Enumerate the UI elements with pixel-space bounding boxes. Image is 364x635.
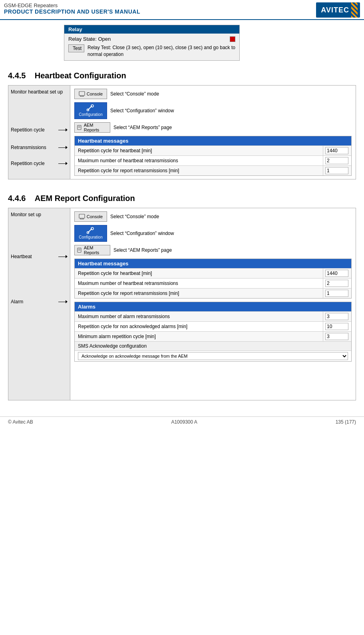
arrow3-head	[66, 162, 68, 165]
config-label: Configuration	[79, 112, 102, 117]
aem-icon[interactable]: AEM Reports	[74, 122, 110, 133]
hb-row-1-label: Maximum number of heartbeat retransmissi…	[75, 156, 323, 165]
relay-state-row: Relay State: Open	[68, 36, 235, 42]
sms-select[interactable]: Acknowledge on acknowledge message from …	[78, 352, 348, 360]
aem-alarm-label: Alarm	[11, 299, 58, 305]
aem-hb-input-0[interactable]	[325, 270, 348, 277]
hb-input-2[interactable]	[325, 167, 348, 174]
alarm-input-0[interactable]	[325, 313, 348, 320]
aem-heartbeat-label: Heartbeat	[11, 254, 58, 259]
aem-aem-icon[interactable]: AEM Reports	[74, 245, 110, 255]
repetition-row1: Repetition cycle	[11, 127, 68, 133]
aem-hb-row-0-label: Repetition cycle for heartbeat [min]	[75, 269, 323, 278]
repetition1-label: Repetition cycle	[11, 127, 58, 133]
retransmissions-label: Retransmissions	[11, 145, 58, 150]
aem-hb-input-2[interactable]	[325, 290, 348, 297]
alarms-table-header: Alarms	[75, 302, 351, 311]
aem-config-step: Configuration Select “Configuration” win…	[74, 225, 352, 242]
alarm-row-2-value	[323, 332, 351, 341]
section-446-title: AEM Report Configuration	[35, 194, 135, 203]
svg-rect-10	[79, 214, 85, 218]
retransmissions-row: Retransmissions	[11, 145, 68, 150]
relay-test-button[interactable]: Test	[68, 44, 84, 52]
footer-copyright: © Avitec AB	[8, 419, 33, 425]
relay-box: Relay Relay State: Open Test Relay Test:…	[64, 25, 240, 61]
aem-hb-row-2: Repetition cycle for report retransmissi…	[75, 288, 351, 298]
aem-spacer2	[11, 261, 68, 299]
aem-hb-row-1: Maximum number of heartbeat retransmissi…	[75, 278, 351, 288]
hb-row-0-value	[323, 146, 351, 155]
header-title: PRODUCT DESCRIPTION AND USER'S MANUAL	[4, 8, 140, 15]
page-footer: © Avitec AB A1009300 A 135 (177)	[0, 416, 364, 427]
aem-alarm-row: Alarm	[11, 299, 68, 305]
hb-messages-table: Heartbeat messages Repetition cycle for …	[74, 136, 352, 176]
alarm-row-1-value	[323, 322, 351, 331]
sms-select-row: Acknowledge on acknowledge message from …	[75, 350, 351, 361]
console-icon[interactable]: Console	[74, 89, 107, 99]
heartbeat-right-panel: Console Select “Console” mode Configurat…	[70, 86, 356, 179]
aem-arrow2-head	[66, 300, 68, 303]
monitor-setup-label: Monitor set up	[11, 211, 68, 218]
aem-hb-row-0: Repetition cycle for heartbeat [min]	[75, 268, 351, 278]
aem-console-label: Console	[87, 214, 103, 219]
aem-description: Select “AEM Reports” page	[113, 125, 172, 130]
arrow2	[58, 146, 68, 149]
aem-config-outer: Monitor set up Heartbeat Alarm	[8, 208, 356, 400]
hb-row-2-value	[323, 166, 351, 175]
aem-arrow2	[58, 300, 68, 303]
arrow2-line	[58, 147, 66, 148]
heartbeat-config-section: Monitor heartbeat set up Repetition cycl…	[0, 84, 364, 187]
aem-hb-row-2-label: Repetition cycle for report retransmissi…	[75, 289, 323, 298]
aem-hb-input-1[interactable]	[325, 280, 348, 287]
hb-row-2: Repetition cycle for report retransmissi…	[75, 165, 351, 175]
page-header: GSM-EDGE Repeaters PRODUCT DESCRIPTION A…	[0, 0, 364, 20]
logo-stripe	[351, 2, 358, 18]
repetition2-label: Repetition cycle	[11, 161, 58, 166]
hb-row-0: Repetition cycle for heartbeat [min]	[75, 145, 351, 155]
aem-wrench-svg	[86, 227, 95, 234]
sms-label-row: SMS Acknowledge configuration	[75, 341, 351, 350]
aem-arrow1-head	[66, 255, 68, 258]
aem-right-panel: Console Select “Console” mode Configurat…	[70, 208, 356, 400]
aem-arrow1	[58, 255, 68, 258]
aem-spacer1	[11, 222, 68, 254]
hb-input-1[interactable]	[325, 157, 348, 164]
relay-section: Relay Relay State: Open Test Relay Test:…	[0, 20, 364, 65]
console-monitor-svg	[79, 91, 85, 97]
aem-doc-svg	[77, 125, 82, 130]
logo: AVITEC	[316, 2, 360, 18]
alarm-input-2[interactable]	[325, 333, 348, 340]
arrow1	[58, 128, 68, 131]
relay-body: Relay State: Open Test Relay Test: Close…	[64, 34, 239, 60]
relay-test-row: Test Relay Test: Close (3 sec), open (10…	[68, 44, 235, 58]
aem-hb-row-2-value	[323, 289, 351, 298]
section-446-number: 4.4.6	[8, 194, 26, 203]
alarm-row-0-value	[323, 312, 351, 321]
alarm-input-1[interactable]	[325, 323, 348, 330]
relay-test-description: Relay Test: Close (3 sec), open (10 sec)…	[88, 44, 235, 58]
footer-page: 135 (177)	[336, 419, 356, 425]
relay-state-label: Relay State: Open	[68, 36, 111, 42]
aem-aem-label: AEM Reports	[84, 245, 107, 255]
aem-arrow2-line	[58, 302, 66, 302]
section-446-heading: 4.4.6 AEM Report Configuration	[0, 187, 364, 206]
aem-heartbeat-row: Heartbeat	[11, 254, 68, 259]
config-step: Configuration Select “Configuration” win…	[74, 102, 352, 119]
section-445-number: 4.4.5	[8, 71, 26, 80]
aem-config-icon[interactable]: Configuration	[74, 225, 107, 242]
arrow3	[58, 162, 68, 165]
console-step: Console Select “Console” mode	[74, 89, 352, 99]
arrow1-head	[66, 128, 68, 131]
aem-step: AEM Reports Select “AEM Reports” page	[74, 122, 352, 133]
wrench-svg	[86, 104, 95, 111]
aem-config-desc: Select “Configuration” window	[110, 231, 174, 236]
config-icon[interactable]: Configuration	[74, 102, 107, 119]
hb-input-0[interactable]	[325, 147, 348, 154]
aem-console-icon[interactable]: Console	[74, 211, 107, 222]
footer-doc-number: A1009300 A	[171, 419, 197, 425]
alarm-row-0-label: Maximum number of alarm retransmissions	[75, 312, 323, 321]
alarms-table: Alarms Maximum number of alarm retransmi…	[74, 302, 352, 362]
svg-rect-0	[79, 92, 85, 96]
alarm-row-2: Minimum alarm repetition cycle [min]	[75, 331, 351, 341]
aem-hb-table-header: Heartbeat messages	[75, 259, 351, 268]
